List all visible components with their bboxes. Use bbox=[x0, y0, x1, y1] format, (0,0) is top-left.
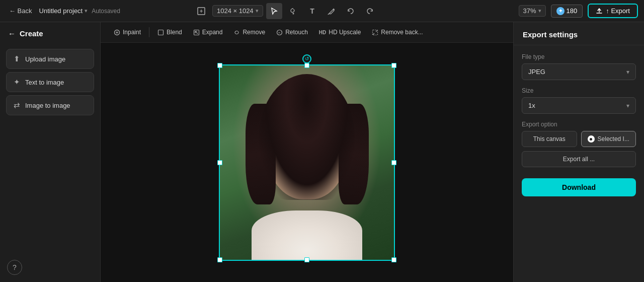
selected-radio-dot bbox=[588, 135, 595, 143]
this-canvas-button[interactable]: This canvas bbox=[522, 131, 577, 147]
download-label: Download bbox=[562, 183, 596, 191]
canvas-image bbox=[219, 64, 395, 261]
remove-label: Remove bbox=[243, 29, 265, 36]
canvas-toolbar: Inpaint Blend Expand Remove bbox=[101, 22, 513, 43]
credits-button[interactable]: ✦ 180 bbox=[551, 5, 583, 18]
sidebar-header: ← Create bbox=[0, 22, 100, 45]
expand-button[interactable]: Expand bbox=[188, 26, 228, 38]
sidebar-bottom: ? bbox=[0, 253, 100, 282]
topbar-right: 37% ▾ ✦ 180 ↑ Export bbox=[519, 4, 638, 18]
resize-icon[interactable] bbox=[193, 3, 209, 19]
blend-button[interactable]: Blend bbox=[152, 26, 187, 38]
upload-image-label: Upload image bbox=[25, 55, 65, 63]
download-button[interactable]: Download bbox=[522, 178, 636, 196]
right-panel: Export settings File type JPEG ▾ Size 1x… bbox=[513, 22, 644, 282]
rotate-handle[interactable]: ↺ bbox=[302, 54, 311, 63]
inpaint-label: Inpaint bbox=[123, 29, 141, 36]
sidebar-item-image-to-image[interactable]: ⇄ Image to image bbox=[6, 95, 94, 115]
select-tool[interactable] bbox=[266, 3, 282, 19]
canvas-size-chevron: ▾ bbox=[256, 8, 259, 14]
export-settings-header: Export settings bbox=[514, 22, 644, 45]
pen-tool[interactable] bbox=[324, 3, 340, 19]
create-label: Create bbox=[20, 29, 43, 38]
zoom-selector[interactable]: 37% ▾ bbox=[519, 5, 546, 17]
file-type-value: JPEG bbox=[528, 68, 545, 76]
selected-label: Selected I... bbox=[598, 135, 629, 143]
image-to-image-icon: ⇄ bbox=[14, 101, 20, 110]
export-option-row: This canvas Selected I... bbox=[522, 131, 636, 147]
blend-label: Blend bbox=[167, 29, 182, 36]
canvas-area: Inpaint Blend Expand Remove bbox=[101, 22, 513, 282]
canvas-content[interactable]: ↺ bbox=[101, 43, 513, 282]
panel-content: File type JPEG ▾ Size 1x ▾ Export option bbox=[514, 45, 644, 204]
size-chevron: ▾ bbox=[626, 102, 629, 109]
upscale-button[interactable]: HD HD Upscale bbox=[314, 26, 366, 38]
image-to-image-label: Image to image bbox=[25, 102, 70, 109]
file-type-label: File type bbox=[522, 53, 636, 60]
zoom-level: 37% bbox=[523, 7, 536, 15]
selected-image-button[interactable]: Selected I... bbox=[581, 131, 636, 147]
portrait-hair-top bbox=[259, 74, 355, 200]
size-value: 1x bbox=[528, 102, 535, 109]
file-type-section: File type JPEG ▾ bbox=[522, 53, 636, 80]
back-arrow-icon: ← bbox=[8, 29, 16, 38]
topbar: ← Back Untitled project ▾ Autosaved 1024… bbox=[0, 0, 644, 22]
left-sidebar: ← Create ⬆ Upload image ✦ Text to image … bbox=[0, 22, 101, 282]
svg-point-1 bbox=[292, 13, 294, 14]
export-settings-title: Export settings bbox=[523, 30, 578, 39]
remove-button[interactable]: Remove bbox=[228, 26, 270, 38]
export-label: ↑ Export bbox=[606, 7, 630, 15]
redo-button[interactable] bbox=[362, 3, 378, 19]
remove-bg-label: Remove back... bbox=[381, 29, 423, 36]
retouch-button[interactable]: Retouch bbox=[271, 26, 313, 38]
autosaved-label: Autosaved bbox=[92, 8, 120, 15]
export-all-row: Export all ... bbox=[522, 151, 636, 167]
size-label: Size bbox=[522, 87, 636, 94]
inpaint-button[interactable]: Inpaint bbox=[109, 26, 146, 38]
export-all-button[interactable]: Export all ... bbox=[522, 151, 636, 167]
canvas-size-label: 1024 × 1024 bbox=[217, 7, 254, 15]
sidebar-items: ⬆ Upload image ✦ Text to image ⇄ Image t… bbox=[0, 45, 100, 119]
upload-image-icon: ⬆ bbox=[14, 54, 20, 63]
text-to-image-label: Text to image bbox=[25, 79, 64, 86]
canvas-size-selector[interactable]: 1024 × 1024 ▾ bbox=[212, 5, 263, 17]
zoom-chevron: ▾ bbox=[538, 8, 541, 14]
file-type-chevron: ▾ bbox=[626, 68, 629, 76]
export-option-section: Export option This canvas Selected I... … bbox=[522, 121, 636, 167]
project-name[interactable]: Untitled project ▾ bbox=[39, 7, 88, 15]
file-type-selector[interactable]: JPEG ▾ bbox=[522, 63, 636, 80]
expand-label: Expand bbox=[202, 29, 223, 36]
main-area: ← Create ⬆ Upload image ✦ Text to image … bbox=[0, 22, 644, 282]
image-frame[interactable]: ↺ bbox=[219, 64, 395, 261]
size-section: Size 1x ▾ bbox=[522, 87, 636, 114]
retouch-label: Retouch bbox=[285, 29, 308, 36]
portrait-body bbox=[252, 210, 362, 261]
project-name-chevron: ▾ bbox=[85, 8, 88, 14]
size-selector[interactable]: 1x ▾ bbox=[522, 97, 636, 114]
credits-icon: ✦ bbox=[556, 7, 565, 15]
export-all-label: Export all ... bbox=[563, 156, 595, 163]
export-button[interactable]: ↑ Export bbox=[588, 4, 638, 18]
text-to-image-icon: ✦ bbox=[14, 78, 20, 87]
remove-bg-button[interactable]: Remove back... bbox=[367, 26, 428, 38]
this-canvas-label: This canvas bbox=[533, 135, 566, 143]
text-tool[interactable]: T bbox=[304, 3, 320, 19]
topbar-center: 1024 × 1024 ▾ T bbox=[193, 3, 378, 19]
sidebar-item-text-to-image[interactable]: ✦ Text to image bbox=[6, 72, 94, 92]
svg-rect-3 bbox=[158, 30, 164, 35]
back-button[interactable]: ← Back bbox=[6, 5, 35, 17]
export-option-label: Export option bbox=[522, 121, 636, 128]
credits-count: 180 bbox=[567, 7, 578, 15]
divider-1 bbox=[149, 27, 149, 37]
lasso-tool[interactable] bbox=[285, 3, 301, 19]
undo-button[interactable] bbox=[343, 3, 359, 19]
project-name-label: Untitled project bbox=[39, 7, 83, 15]
help-button[interactable]: ? bbox=[7, 260, 22, 275]
sidebar-item-upload-image[interactable]: ⬆ Upload image bbox=[6, 49, 94, 69]
upscale-label: HD Upscale bbox=[329, 29, 361, 36]
topbar-left: ← Back Untitled project ▾ Autosaved bbox=[6, 5, 120, 17]
